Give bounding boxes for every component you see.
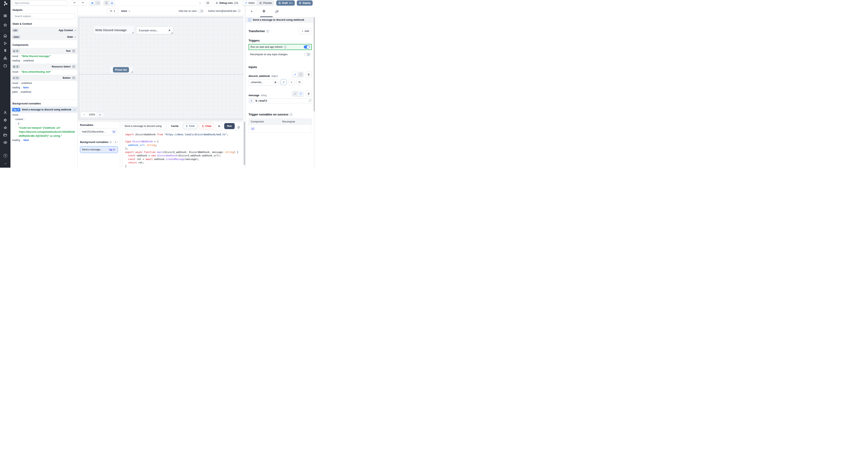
hand-pointer-icon xyxy=(16,65,19,68)
center-align-toggle[interactable]: |0| xyxy=(90,1,95,5)
resource-select-component[interactable]: Example resou... ✕ xyxy=(136,27,173,34)
bg-runnable-item-selected[interactable]: Send a message... bg_0 xyxy=(80,146,118,153)
eye-icon[interactable] xyxy=(3,140,8,145)
add-transformer-button[interactable]: + Add xyxy=(299,28,312,34)
error-string-line: x6dRlyIl2z1Be-3QC5m25'}" as string." xyxy=(16,134,78,138)
cubes-icon[interactable] xyxy=(3,56,8,61)
trigger-success-title: Trigger runnables on success xyxy=(249,113,288,116)
play-icon[interactable] xyxy=(3,41,8,46)
app-grid-bottom-edge[interactable] xyxy=(79,74,243,74)
docs-button[interactable] xyxy=(204,0,211,5)
bg0-row[interactable]: bg_0 Send a message to discord using web… xyxy=(10,107,78,113)
trash-icon xyxy=(202,125,204,128)
resize-handle[interactable] xyxy=(131,71,133,72)
collapse-icon[interactable] xyxy=(72,76,75,79)
cache-button[interactable]: Cache xyxy=(168,123,181,129)
help-icon[interactable]: ? xyxy=(3,153,8,158)
more-menu-icon[interactable]: ⋮ xyxy=(198,1,202,5)
error-string-line: "Could not interpret "{'webhook_url': xyxy=(16,126,78,130)
center-scrollbar[interactable] xyxy=(243,6,246,168)
tab-preview[interactable]: Preview xyxy=(257,1,274,5)
clear-resource-icon[interactable]: ✕ xyxy=(274,81,277,84)
arrow-right-icon[interactable]: → xyxy=(3,161,8,166)
debug-runs-button[interactable]: Debug runs (23) xyxy=(213,0,240,5)
zoom-in-button[interactable]: + xyxy=(96,112,103,117)
text-component[interactable]: Write Discord message: xyxy=(94,26,134,34)
redo-button[interactable]: ↷ xyxy=(79,1,87,5)
hide-bar-toggle[interactable] xyxy=(198,10,204,12)
run-button[interactable]: Run xyxy=(224,123,235,129)
hand-pointer-icon xyxy=(16,77,18,79)
static-mode-pencil-icon[interactable] xyxy=(292,91,298,96)
clear-selection-icon[interactable]: ✕ xyxy=(168,29,170,32)
copy-code-icon[interactable] xyxy=(237,126,240,129)
scrollbar-thumb[interactable] xyxy=(244,122,245,165)
app-canvas[interactable]: Write Discord message: Example resou... … xyxy=(78,16,243,121)
fork-button[interactable]: Fork xyxy=(183,123,197,129)
app-summary-input[interactable] xyxy=(12,1,68,5)
calendar-icon[interactable] xyxy=(3,63,8,68)
info-icon: i xyxy=(267,30,269,33)
col-recompute: Recompute xyxy=(280,120,312,123)
rail-divider xyxy=(0,31,10,31)
right-scrollbar[interactable] xyxy=(313,17,315,168)
expand-icon[interactable] xyxy=(309,99,311,102)
search-outputs-input[interactable] xyxy=(12,13,75,19)
robot-icon[interactable] xyxy=(3,125,8,130)
gear-icon[interactable]: ⚙ xyxy=(3,118,8,123)
static-mode-pencil-icon[interactable] xyxy=(292,72,298,77)
press-me-button[interactable]: Press me xyxy=(113,67,129,72)
theme-tab[interactable] xyxy=(275,10,279,13)
draft-button[interactable]: Draft ⌘S xyxy=(276,0,295,6)
add-bg-runnable-button[interactable]: + xyxy=(113,139,118,144)
windmill-app-editor: $ ⚙ ? → ↶ ↷ |0| xyxy=(0,0,315,168)
state-row[interactable]: state State xyxy=(10,34,78,40)
runnable-name-input[interactable] xyxy=(122,123,167,129)
connect-plug-icon[interactable] xyxy=(305,91,312,97)
add-resource-button[interactable]: + xyxy=(288,79,295,85)
refresh-count-button[interactable]: ↻ 1 xyxy=(107,8,118,14)
runnable-badge: bg_0 xyxy=(108,148,116,151)
dollar-icon[interactable]: $ xyxy=(3,48,8,53)
resource-picker[interactable]: u/henri/te... ✕ xyxy=(249,79,279,86)
component-c-header[interactable]: c Button xyxy=(10,75,78,81)
ctx-row[interactable]: ctx App Context xyxy=(10,27,78,34)
code-editor[interactable]: import discordwebhook from "https://deno… xyxy=(122,130,243,168)
component-b-header[interactable]: b Resource Select xyxy=(10,64,78,70)
edit-resource-button[interactable] xyxy=(280,79,287,85)
component-settings-tab[interactable] xyxy=(262,10,266,13)
folder-icon[interactable] xyxy=(3,133,8,137)
windmill-logo-icon[interactable] xyxy=(3,1,8,6)
collapse-icon[interactable] xyxy=(72,50,75,53)
fullscreen-icon[interactable] xyxy=(95,1,100,5)
desktop-icon[interactable] xyxy=(109,1,115,5)
deploy-button[interactable]: Deploy xyxy=(297,0,313,6)
home-icon[interactable] xyxy=(3,33,8,38)
refresh-resource-button[interactable]: ↻ xyxy=(297,79,303,85)
component-a-header[interactable]: a Text xyxy=(10,48,78,54)
connect-plug-icon[interactable] xyxy=(305,71,312,77)
recompute-toggle[interactable] xyxy=(304,53,310,56)
scrollbar-thumb[interactable] xyxy=(314,17,315,111)
undo-button[interactable]: ↶ xyxy=(70,1,79,5)
reload-icon-button[interactable]: ↻ xyxy=(216,123,223,129)
zoom-out-button[interactable]: − xyxy=(81,112,88,117)
mobile-icon[interactable] xyxy=(104,1,109,5)
runnable-item[interactable]: hub/1511/discord/se... c xyxy=(80,128,118,135)
resize-handle[interactable] xyxy=(132,32,133,33)
app-window-icon[interactable] xyxy=(3,13,8,18)
star-icon[interactable] xyxy=(3,23,8,28)
add-component-tab[interactable]: + xyxy=(251,9,253,14)
eval-mode-icon[interactable]: ƒ xyxy=(298,72,303,77)
user-icon[interactable] xyxy=(3,110,8,115)
eval-mode-icon[interactable]: ƒ xyxy=(298,91,303,96)
edit-pencil-icon[interactable] xyxy=(73,109,75,111)
clear-button[interactable]: Clear xyxy=(199,123,214,129)
refresh-mode-dropdown[interactable]: once xyxy=(121,10,130,12)
editor-preview-toggle: Editor Preview xyxy=(242,0,274,6)
resize-handle[interactable] xyxy=(171,32,173,34)
collapse-icon[interactable] xyxy=(72,65,75,68)
run-on-start-toggle[interactable] xyxy=(304,45,310,48)
tab-editor[interactable]: Editor xyxy=(243,1,257,5)
message-expression-editor[interactable]: 1 b.result xyxy=(249,98,312,103)
